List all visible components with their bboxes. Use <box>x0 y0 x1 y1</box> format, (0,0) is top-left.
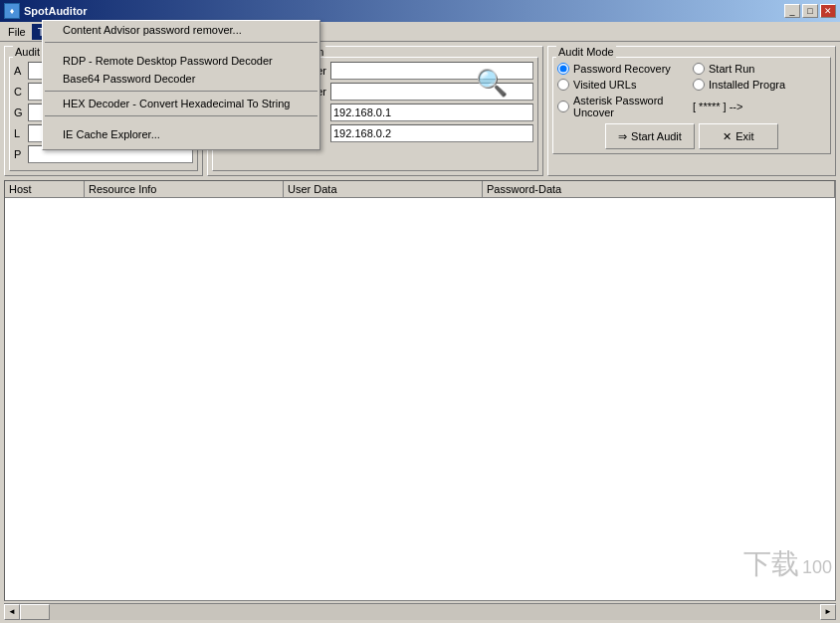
exit-icon: ✕ <box>723 130 732 143</box>
horizontal-scrollbar: ◄ ► <box>4 603 836 619</box>
app-icon: ♦ <box>4 3 20 19</box>
magnifier-icon: 🔍 <box>476 68 508 99</box>
audit-target-label-a: A <box>14 65 28 77</box>
radio-asterisk-input[interactable] <box>557 101 569 112</box>
menu-item-base64[interactable]: RDP - Remote Desktop Password Decoder <box>43 52 319 70</box>
scroll-thumb[interactable] <box>20 604 50 620</box>
menu-separator-2 <box>45 91 317 92</box>
radio-installed-prog-label: Installed Progra <box>709 79 785 91</box>
app-title: SpotAuditor <box>24 5 88 17</box>
asterisk-value-text: [ ***** ] --> <box>693 101 742 112</box>
tools-dropdown-menu: Content Advisor password remover... RDP … <box>42 20 320 150</box>
radio-visited-urls: Visited URLs <box>557 78 691 92</box>
button-row: ⇒ Start Audit ✕ Exit <box>557 123 826 149</box>
radio-visited-urls-label: Visited URLs <box>573 79 636 91</box>
radio-password-recovery-label: Password Recovery <box>573 63 671 75</box>
menu-item-hex-decoder[interactable]: Base64 Password Decoder <box>43 70 319 88</box>
radio-start-run-label: Start Run <box>709 63 754 75</box>
radio-asterisk-label: Asterisk Password Uncover <box>573 95 691 118</box>
scroll-left-button[interactable]: ◄ <box>4 604 20 620</box>
title-bar: ♦ SpotAuditor _ □ ✕ <box>0 0 840 22</box>
audit-mode-legend: Audit Mode <box>556 46 616 58</box>
menu-item-ie-cache[interactable]: HEX Decoder - Convert Hexadecimal To Str… <box>43 95 319 112</box>
menu-item-delete-ie-files[interactable] <box>43 143 319 149</box>
exit-label: Exit <box>735 130 753 142</box>
radio-start-run: Start Run <box>693 62 826 76</box>
audit-target-label-l: L <box>14 127 28 139</box>
col-password-data: Password-Data <box>483 181 835 197</box>
col-resource-info: Resource Info <box>85 181 284 197</box>
audit-target-label-g: G <box>14 106 28 118</box>
asterisk-value-label: [ ***** ] --> <box>693 94 826 119</box>
minimize-button[interactable]: _ <box>784 4 800 18</box>
radio-password-recovery-input[interactable] <box>557 63 569 75</box>
table-body <box>5 198 835 597</box>
scroll-right-button[interactable]: ► <box>820 604 836 620</box>
exit-button[interactable]: ✕ Exit <box>699 123 778 149</box>
start-audit-icon: ⇒ <box>618 130 627 143</box>
menu-separator-3 <box>45 115 317 116</box>
radio-password-recovery: Password Recovery <box>557 62 691 76</box>
audit-target-label-c: C <box>14 86 28 98</box>
col-user-data: User Data <box>284 181 483 197</box>
close-button[interactable]: ✕ <box>820 4 836 18</box>
results-table: Host Resource Info User Data Password-Da… <box>4 180 836 601</box>
table-header: Host Resource Info User Data Password-Da… <box>5 181 835 198</box>
start-audit-label: Start Audit <box>631 130 682 142</box>
radio-installed-prog-input[interactable] <box>693 79 705 91</box>
menu-item-delete-ie-history[interactable]: IE Cache Explorer... <box>43 125 319 143</box>
maximize-button[interactable]: □ <box>802 4 818 18</box>
radio-installed-prog: Installed Progra <box>693 78 826 92</box>
menu-file[interactable]: File <box>2 24 32 40</box>
start-audit-button[interactable]: ⇒ Start Audit <box>605 123 695 149</box>
radio-visited-urls-input[interactable] <box>557 79 569 91</box>
radio-asterisk: Asterisk Password Uncover <box>557 94 691 119</box>
ip2-value: 192.168.0.2 <box>330 124 533 142</box>
audit-target-label-p: P <box>14 148 28 160</box>
radio-start-run-input[interactable] <box>693 63 705 75</box>
menu-separator-1 <box>45 42 317 43</box>
audit-mode-panel: Audit Mode Password Recovery Start Run V… <box>547 46 836 176</box>
title-buttons: _ □ ✕ <box>784 4 836 18</box>
scroll-track <box>20 604 820 620</box>
col-host: Host <box>5 181 85 197</box>
menu-item-content-advisor[interactable]: Content Advisor password remover... <box>43 21 319 39</box>
ip1-value: 192.168.0.1 <box>330 104 533 121</box>
